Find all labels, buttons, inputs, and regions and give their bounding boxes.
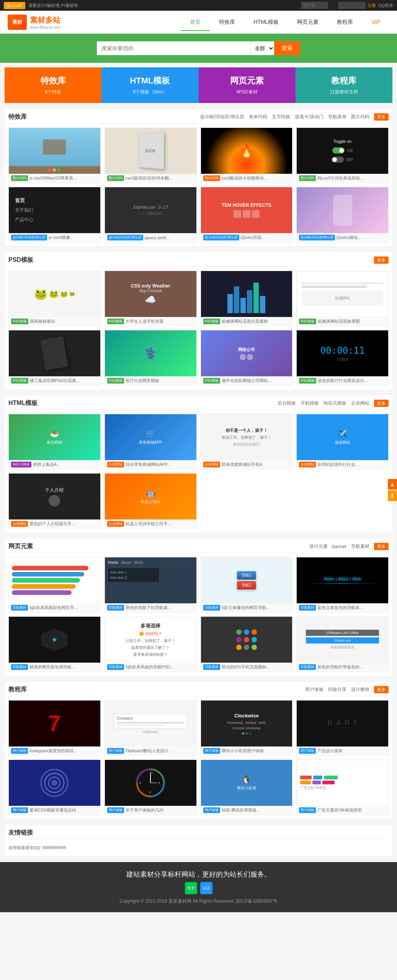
html-item-3[interactable]: 你不是一个人，孩子！ 加油工作，别再犯了，孩子！ 好好的吃好饭行 企业网站简单优… bbox=[201, 414, 293, 469]
effect-item-6[interactable]: Zephaniah 3:17 —— MAKENA 提示框/浮动层/弹出层 jqu… bbox=[105, 187, 197, 242]
nav-tutorials[interactable]: 教程库 bbox=[328, 14, 362, 30]
tag-responsive[interactable]: 响应式模板 bbox=[323, 400, 346, 407]
tag-design-elem[interactable]: 设计元素 bbox=[309, 543, 328, 550]
tag-enterprise[interactable]: 企业网站 bbox=[351, 400, 369, 407]
html-item-2[interactable]: 🛒 零售商城APP 企业网站综合零售商城网站APP... bbox=[105, 414, 197, 469]
psd-more-button[interactable]: 更多 bbox=[374, 256, 389, 264]
we-item-3[interactable]: 导航1 导航2 导航素材5款立体像经的网页导航... bbox=[201, 557, 293, 612]
login-button[interactable]: 注册 bbox=[368, 3, 376, 8]
nav-html[interactable]: HTML模板 bbox=[244, 14, 288, 30]
tut-item-1[interactable]: 7 用户体验Instagram速度快的移动... bbox=[8, 700, 101, 756]
tag-mobile[interactable]: 手机模板 bbox=[301, 400, 319, 407]
effect-item-5[interactable]: 首页 关于我们 产品中心 提示框/浮动层/弹出层 js css3镜像... bbox=[8, 187, 101, 242]
we-item-6[interactable]: 多项选择 😊 你好吗？ 计划工作，别再犯了，孩子！ 如果您对题目了解了？ 是否有… bbox=[105, 616, 197, 672]
tut-item-2[interactable]: Company Flipboard 用户体验Flipboard翻动人使设计... bbox=[105, 700, 197, 756]
logo: 素材 素材多站 www.98sucai.com bbox=[8, 15, 60, 30]
hero-banner-html[interactable]: HTML模板 8个模板（html） bbox=[101, 67, 198, 103]
password-dots: ··· bbox=[330, 3, 336, 8]
effects-more-button[interactable]: 更多 bbox=[374, 113, 389, 121]
we-item-4[interactable]: Home | About | Work 导航素材蓝色立体发光的导航条... bbox=[296, 557, 389, 612]
we-item-8[interactable]: Chillwave Lofi Coffee Dream out 灰色导航带蓝色 … bbox=[296, 616, 389, 672]
effect-desc-7: jQuery页面... bbox=[241, 235, 265, 240]
nav-vip[interactable]: VIP bbox=[362, 15, 389, 30]
tag-exp[interactable]: 经验分享 bbox=[328, 686, 346, 693]
tut-item-6[interactable]: 12 3 6 9 用户体验关于用户体验的几问 bbox=[105, 760, 197, 815]
nav-home[interactable]: 首页 bbox=[181, 14, 210, 31]
tag-banner[interactable]: banner bbox=[332, 544, 346, 549]
web-title: 网页元素 bbox=[8, 542, 33, 550]
qq-login-button[interactable]: QQ登录 bbox=[378, 3, 393, 8]
html-section: HTML模板 后台模板 手机模板 响应式模板 企业网站 更多 🥗 食品商城 响应… bbox=[5, 395, 392, 532]
psd-item-2[interactable]: CSS only Weather App Concept ☁️ PSD模板大学生… bbox=[105, 271, 197, 326]
html-more-button[interactable]: 更多 bbox=[374, 400, 389, 407]
nav-webelems[interactable]: 网页元素 bbox=[288, 14, 328, 30]
tut-item-4[interactable]: D A D I 用户体验产品设计原则 bbox=[296, 700, 389, 756]
tag-ux[interactable]: 用户体验 bbox=[305, 686, 323, 693]
search-select[interactable]: 全部 bbox=[250, 41, 274, 55]
psd-item-4[interactable]: 机械网站 PSD模板机械类网站页面效果图 bbox=[296, 271, 389, 326]
hero-banners: 特效库 8个特效 HTML模板 8个模板（html） 网页元素 8PSD素材 教… bbox=[5, 67, 392, 103]
effects-tags: 提示框/浮动层/弹出层 表单代码 文字特效 选项卡/滚动门 导航菜单 图片代码 … bbox=[200, 113, 389, 121]
username-input[interactable] bbox=[301, 2, 328, 9]
tag-form[interactable]: 表单代码 bbox=[249, 114, 267, 120]
vip-button[interactable]: 加入VIP bbox=[4, 2, 25, 9]
effect-item-1[interactable]: 图片代码 js css3仿MacOS苹果系... bbox=[8, 127, 101, 183]
tag-backend[interactable]: 后台模板 bbox=[278, 400, 296, 407]
effect-item-3[interactable]: 🔥 图片代码 css3酷炫的火焰熊熊动... bbox=[201, 127, 293, 183]
tutorial-tags: 用户体验 经验分享 设计教程 更多 bbox=[305, 686, 389, 693]
scroll-down-button[interactable]: ⬇ bbox=[388, 490, 397, 501]
tag-tab[interactable]: 选项卡/滚动门 bbox=[295, 114, 323, 120]
tut-item-3[interactable]: Clockwise Horizontal Vertical Both Count… bbox=[201, 700, 293, 756]
tag-design-tutorial[interactable]: 设计教程 bbox=[351, 686, 369, 693]
logo-text-block: 素材多站 www.98sucai.com bbox=[30, 15, 60, 29]
effect-item-8[interactable]: 提示框/浮动层/弹出层 jQuery侧动... bbox=[296, 187, 389, 242]
hero-banner-web[interactable]: 网页元素 8PSD素材 bbox=[199, 67, 296, 103]
tutorial-more-button[interactable]: 更多 bbox=[374, 686, 389, 693]
html-item-4[interactable]: ✈️ 旅游网站 企业网站实用的赶国外行行走... bbox=[296, 414, 389, 469]
tag-nav-material[interactable]: 导航素材 bbox=[351, 543, 369, 550]
logo-sub: www.98sucai.com bbox=[30, 25, 60, 29]
effect-item-5-label: 提示框/浮动层/弹出层 js css3镜像... bbox=[9, 233, 100, 242]
hero-web-title: 网页元素 bbox=[205, 75, 289, 87]
tut-item-7[interactable]: 🐧 腾讯小应用 用户体验回应·腾讯应用用途... bbox=[201, 760, 293, 815]
tut-item-8[interactable]: 广告文案7种类型 用户体验广告文案的7种表现类型 bbox=[296, 760, 389, 815]
search-button[interactable]: 搜索 bbox=[274, 41, 300, 55]
we-item-2[interactable]: Home About Work Sub Item 1 Sub Item 2 导航… bbox=[105, 557, 197, 612]
hero-banner-effects[interactable]: 特效库 8个特效 bbox=[5, 67, 101, 103]
friend-links-section: 友情链接 友情链接请加QQ: 8888999999 bbox=[5, 825, 392, 856]
psd-item-5[interactable]: PSD模板建工集涉官网PSD分层素... bbox=[8, 330, 101, 385]
we-item-1[interactable]: 导航素材5款欢美风格彩色网页导... bbox=[8, 557, 101, 612]
effect-item-2[interactable]: BOOK 图片代码 css3旋风吹动3D书本翻... bbox=[105, 127, 197, 183]
tut-item-5[interactable]: 用户体验爱用CSS模板写通迅总结 bbox=[8, 760, 101, 815]
tag-img[interactable]: 图片代码 bbox=[351, 114, 369, 120]
html-item-6[interactable]: 🤖 机器人培训 企业网站机器人培训学校公司手... bbox=[105, 473, 197, 529]
html-item-5[interactable]: 个人介绍 企业网站黑色的个人介绍展示手... bbox=[8, 473, 101, 529]
tag-text[interactable]: 文字特效 bbox=[272, 114, 290, 120]
psd-item-1[interactable]: 🐸🐸🐸🐸 PSD模板国风格标签站 bbox=[8, 271, 101, 326]
we-item-7[interactable]: 导航素材简洁的iOS手机页面图标... bbox=[201, 616, 293, 672]
svg-point-3 bbox=[51, 780, 57, 786]
effect-desc-8: jQuery侧动... bbox=[337, 235, 361, 240]
psd-item-8[interactable]: 00:00:11 TIMER PSD模板蓝色的医疗行业网页设计... bbox=[296, 330, 389, 385]
nav-effects[interactable]: 特效库 bbox=[210, 14, 244, 30]
hero-effects-title: 特效库 bbox=[11, 75, 95, 87]
password-input[interactable] bbox=[338, 2, 365, 9]
web-section: 网页元素 设计元素 banner 导航素材 更多 导航素材5款欢美风格彩色网页导… bbox=[5, 539, 392, 676]
effect-desc-1: js css3仿MacOS苹果系... bbox=[29, 175, 77, 181]
we-item-5[interactable]: ★ 导航素材精美的网页面包屑导航... bbox=[8, 616, 101, 672]
psd-item-3[interactable]: PSD模板机械类网站页面分层素材 bbox=[201, 271, 293, 326]
psd-item-6[interactable]: ⚕️ PSD模板医疗行业网页模板 bbox=[105, 330, 197, 385]
html-item-1[interactable]: 🥗 食品商城 响应式模板拼拼上食品A... bbox=[8, 414, 101, 469]
web-more-button[interactable]: 更多 bbox=[374, 543, 389, 550]
effect-item-4[interactable]: Toggle on ON OFF 图片代码 纯css3引优化单选按钮... bbox=[296, 127, 389, 183]
psd-section: PSD模板 更多 🐸🐸🐸🐸 PSD模板国风格标签站 CSS only Weath… bbox=[5, 252, 392, 389]
tag-tooltip[interactable]: 提示框/浮动层/弹出层 bbox=[200, 114, 244, 120]
search-input[interactable] bbox=[97, 41, 250, 55]
effect-item-7-label: 提示框/浮动层/弹出层 jQuery页面... bbox=[201, 233, 292, 242]
effect-item-7[interactable]: TEM HOVER EFFECTS 提示框/浮动层/弹出层 jQuery页面..… bbox=[201, 187, 293, 242]
tag-nav[interactable]: 导航菜单 bbox=[328, 114, 346, 120]
psd-item-7[interactable]: 网络公司 PSD模板扁平化炫彩网络公司网站... bbox=[201, 330, 293, 385]
scroll-up-button[interactable]: ▲ bbox=[388, 479, 397, 490]
friend-links-content: 友情链接请加QQ: 8888999999 bbox=[8, 843, 389, 852]
hero-banner-tutorial[interactable]: 教程库 11篇教程文档 bbox=[296, 67, 392, 103]
